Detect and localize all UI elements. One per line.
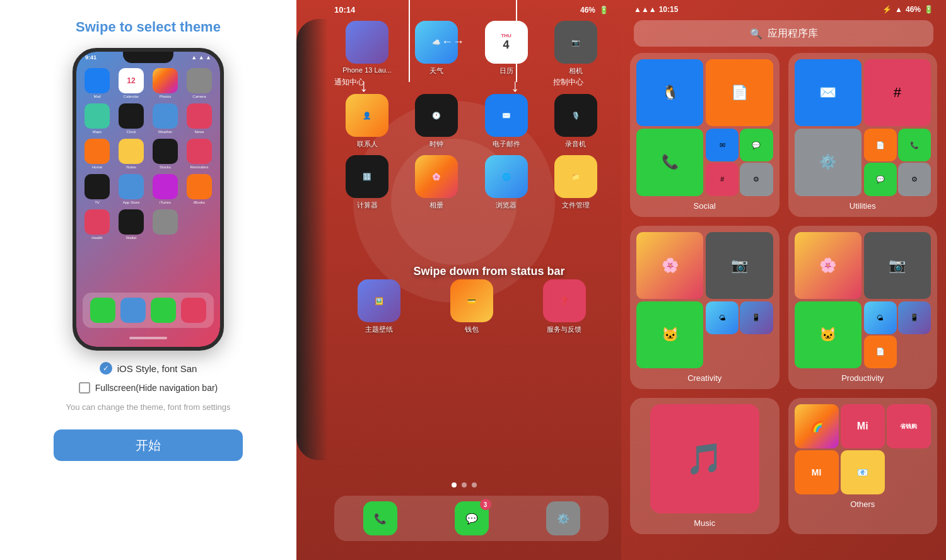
list-item: Phone 13 Lau...: [334, 21, 400, 76]
fullscreen-checkbox[interactable]: [79, 382, 90, 394]
bluetooth-icon: ⚡: [882, 5, 892, 14]
settings-hint: You can change the theme, font from sett…: [66, 402, 230, 412]
list-item: 🕐时钟: [404, 94, 469, 149]
list-item: App Store: [117, 174, 146, 204]
folder-social[interactable]: 🐧 📄 📞 ✉ 💬 # ⚙ Social: [630, 53, 780, 217]
middle-status-bar: 10:14 46% 🔋: [296, 0, 621, 15]
calc-icon: 🔢: [346, 155, 388, 198]
phone-app-grid: Mail 12Calendar Photos Camera Maps Clock…: [76, 63, 220, 245]
folder-creativity-grid: 🌸 📷 🐱 🌤 📱: [636, 232, 773, 369]
msg-util-icon: 💬: [864, 163, 897, 195]
ucmail-icon: 📧: [841, 450, 885, 494]
start-button[interactable]: 开始: [54, 429, 243, 461]
folder-others[interactable]: 🌈 Mi 省钱购 MI 📧 Others: [788, 398, 938, 534]
pages-icon: 📄: [706, 59, 773, 126]
social-small-grid: ✉ 💬 # ⚙: [706, 129, 773, 195]
list-item: 12Calendar: [117, 68, 146, 98]
search-icon: 🔍: [750, 28, 762, 40]
ios-style-row: ✓ iOS Style, font San: [100, 362, 197, 375]
settings3-util-icon: ⚙: [898, 163, 931, 195]
page-dots: [452, 482, 477, 487]
search-label: 应用程序库: [768, 27, 818, 40]
ios-style-label: iOS Style, font San: [117, 363, 197, 374]
weather-icon: [153, 103, 178, 129]
list-item: [151, 209, 180, 240]
annotation-line-right: [516, 0, 517, 82]
camera-cre-icon: 📷: [706, 232, 773, 299]
list-item: THU4日历: [474, 21, 539, 76]
calc-util-icon: #: [864, 59, 931, 126]
photos-icon: [153, 68, 178, 93]
camera-prod-icon: 📷: [864, 232, 931, 299]
list-item: 🔢计算器: [334, 155, 400, 210]
list-item: 🖼️主题壁纸: [334, 279, 423, 334]
fullscreen-label: Fullscreen(Hide navigation bar): [95, 383, 218, 393]
mail-icon: [85, 68, 110, 93]
list-item: Notes: [117, 139, 146, 169]
middle-app-grid-row2: 👤联系人 🕐时钟 ✉️电子邮件 🎙️录音机: [296, 88, 621, 149]
list-item: 📁文件管理: [543, 155, 609, 210]
productivity-folder-label: Productivity: [841, 373, 884, 383]
folder-utilities-grid: ✉️ # ⚙️ 📄 📞 💬 ⚙: [795, 59, 931, 196]
cre-small-grid: 🌤 📱: [706, 301, 773, 368]
list-item: Stocks: [151, 139, 180, 169]
right-panel: ▲▲▲ 10:15 ⚡ ▲ 46% 🔋 🔍 应用程序库 🐧 📄 📞 ✉ 💬 #: [621, 0, 946, 560]
list-item: Home: [83, 139, 112, 169]
page-title: Swipe to select theme: [76, 19, 221, 35]
camera-icon: [187, 68, 212, 93]
phone-time: 9:41: [85, 54, 96, 61]
folder-productivity[interactable]: 🌸 📷 🐱 🌤 📱 📄 Productivity: [788, 226, 938, 390]
app-library-grid: 🐧 📄 📞 ✉ 💬 # ⚙ Social ✉️ # ⚙️ 📄 �: [621, 53, 946, 534]
folder-utilities[interactable]: ✉️ # ⚙️ 📄 📞 💬 ⚙ Utilities: [788, 53, 938, 217]
list-item: Health: [83, 209, 112, 240]
search-bar[interactable]: 🔍 应用程序库: [634, 20, 933, 47]
files-icon: 📁: [554, 155, 597, 198]
dock-messages-mid: 💬 3: [455, 501, 489, 535]
right-battery-icon: 🔋: [924, 5, 933, 14]
right-status-right: ⚡ ▲ 46% 🔋: [882, 5, 933, 14]
tv-icon: [85, 174, 110, 199]
swipe-instruction: Swipe down from status bar: [413, 265, 564, 278]
photos-mid-icon: 🌸: [415, 155, 458, 198]
dot-1: [452, 482, 457, 487]
dot-2: [462, 482, 467, 487]
utils-small-grid: 📄 📞 💬 ⚙: [864, 129, 931, 195]
calendar-icon: 12: [119, 68, 144, 93]
control-center-label: 控制中心: [553, 77, 583, 88]
list-item: 🌸相册: [404, 155, 469, 210]
music-big-icon: 🎵: [650, 404, 759, 513]
annotation-line-left: [409, 0, 410, 82]
folder-creativity[interactable]: 🌸 📷 🐱 🌤 📱 Creativity: [630, 226, 780, 390]
contacts-icon: 👤: [346, 94, 388, 137]
wallet-mid-icon: 💳: [450, 279, 493, 322]
left-panel: Swipe to select theme 9:41 ▲ ▲ ▲ Mail 12…: [0, 0, 296, 560]
calc-lib-icon: #: [706, 163, 739, 195]
list-item: TV: [83, 174, 112, 204]
dock-phone-mid: 📞: [363, 501, 397, 535]
phone-mockup: 9:41 ▲ ▲ ▲ Mail 12Calendar Photos Camera…: [73, 48, 224, 351]
messages-lib-icon: 💬: [740, 129, 773, 161]
ios-style-checkbox[interactable]: ✓: [100, 362, 112, 375]
shengqian-icon: 省钱购: [887, 404, 931, 448]
middle-app-grid-row3: 🔢计算器 🌸相册 🌐浏览器 📁文件管理: [296, 149, 621, 210]
news-icon: [187, 103, 212, 129]
ibooks-icon: [187, 174, 212, 199]
dock-music-icon: [181, 298, 206, 323]
list-item: ❓服务与反馈: [520, 279, 609, 334]
folder-productivity-grid: 🌸 📷 🐱 🌤 📱 📄: [795, 232, 931, 369]
phone-dock: [83, 293, 214, 328]
right-time: 10:15: [659, 5, 679, 14]
list-item: Wallet: [117, 209, 146, 240]
list-item: ✉️电子邮件: [474, 94, 539, 149]
music-folder-label: Music: [694, 518, 715, 528]
notification-center-label: 通知中心: [334, 77, 365, 88]
list-item: 💳钱包: [427, 279, 516, 334]
folder-music[interactable]: 🎵 Music: [630, 398, 780, 534]
mail-util-icon: ✉️: [795, 59, 861, 126]
calendar-mid-icon: THU4: [485, 21, 528, 64]
right-signal: ▲▲▲: [634, 5, 657, 14]
maps-icon: [85, 103, 110, 129]
stocks-icon: [153, 139, 178, 164]
phone-util-icon: 📞: [898, 129, 931, 161]
list-item: 🌐浏览器: [474, 155, 539, 210]
